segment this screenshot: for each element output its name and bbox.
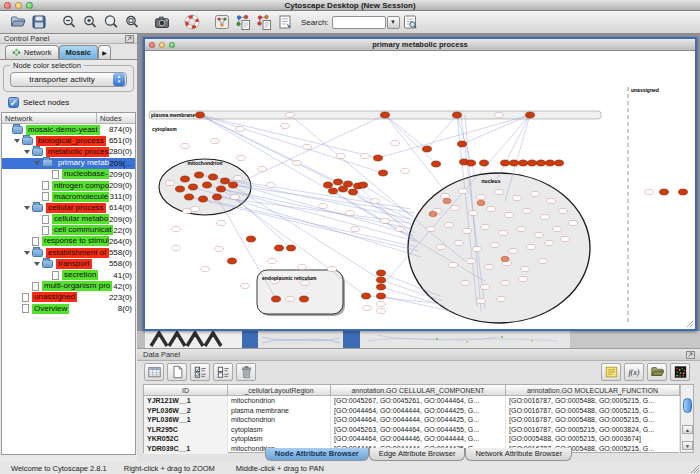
expand-triangle-icon[interactable] (34, 262, 40, 266)
table-row[interactable]: YPL036W__1mitochondrion[GO:0044464, GO:0… (144, 415, 693, 425)
zoom-out-button[interactable] (58, 12, 79, 32)
expand-triangle-icon[interactable] (34, 161, 40, 165)
heatmap-icon (673, 365, 688, 379)
expand-triangle-icon[interactable] (24, 150, 30, 154)
tree-row[interactable]: primary metabo209(... (2, 158, 135, 169)
formula-builder-button[interactable]: f(x) (624, 363, 644, 381)
tree-row-node-count: 264(0) (109, 237, 135, 246)
heatmap-button[interactable] (670, 363, 690, 381)
expand-triangle-icon[interactable] (14, 139, 20, 143)
tree-row[interactable]: transport558(0) (2, 258, 135, 269)
tree-row[interactable]: biological_process651(0) (2, 135, 135, 146)
expand-triangle-icon[interactable] (24, 251, 30, 255)
tree-row[interactable]: Overview8(0) (2, 303, 135, 314)
attribute-table-button[interactable] (144, 363, 164, 381)
tree-row-node-count: 8(0) (118, 304, 135, 313)
scrollbar-thumb[interactable] (683, 398, 692, 413)
tree-row[interactable]: metabolic process280(0) (2, 146, 135, 157)
tab-network[interactable]: Network (5, 45, 59, 59)
resize-grip[interactable] (689, 463, 699, 473)
table-cell: [GO:0016787, GO:0005215, GO:0003824, G..… (506, 425, 680, 435)
tree-row[interactable]: establishment of lo558(0) (2, 247, 135, 258)
table-row[interactable]: YKR052Ccytoplasm[GO:0044464, GO:0044446,… (144, 434, 693, 444)
help-button[interactable] (181, 12, 202, 32)
tab-node-attribute-browser[interactable]: Node Attribute Browser (265, 448, 369, 461)
table-scrollbar[interactable]: ▲ ▼ (680, 385, 693, 452)
table-row[interactable]: YPL036W__2plasma membrane[GO:0044464, GO… (144, 406, 693, 416)
annotation-button[interactable] (274, 12, 295, 32)
background-windows[interactable] (137, 331, 700, 348)
network-graph: plasma membranecytoplasmmitochondrionnuc… (145, 51, 695, 328)
tree-row[interactable]: response to stimulu264(0) (2, 236, 135, 247)
folder-icon (32, 148, 43, 156)
table-column-header[interactable]: _cellularLayoutRegion (228, 385, 331, 396)
expand-triangle-icon[interactable] (24, 206, 30, 210)
network-window-titlebar[interactable]: primary metabolic process (145, 39, 695, 51)
tab-network-attribute-browser[interactable]: Network Attribute Browser (465, 448, 572, 461)
app-titlebar[interactable]: Cytoscape Desktop (New Session) (0, 0, 700, 11)
tree-row[interactable]: cell communicat22(0) (2, 225, 135, 236)
vizmapper-icon (214, 14, 230, 30)
tree-row-node-count: 209(0) (109, 215, 135, 224)
file-icon (32, 237, 39, 246)
network-canvas[interactable]: plasma membranecytoplasmmitochondrionnuc… (145, 51, 695, 328)
tree-row-node-count: 209(... (109, 159, 135, 168)
tree-row[interactable]: macromolecule311(0) (2, 191, 135, 202)
tab-mosaic[interactable]: Mosaic (59, 45, 98, 59)
tree-row-label: response to stimulu (42, 236, 109, 246)
unselect-attributes-button[interactable] (213, 363, 233, 381)
table-column-header[interactable]: annotation.GO CELLULAR_COMPONENT (331, 385, 506, 396)
tree-column-nodes[interactable]: Nodes (97, 113, 135, 123)
tree-column-network[interactable]: Network (2, 113, 97, 123)
network-tab-icon (12, 48, 21, 57)
zoom-selected-button[interactable] (100, 12, 121, 32)
manage-networks-button[interactable] (232, 12, 253, 32)
tree-row[interactable]: nucleobase-209(0) (2, 169, 135, 180)
tree-row[interactable]: cellular metabo209(0) (2, 214, 135, 225)
tree-row-label: primary metabo (56, 158, 109, 168)
magnifier-minus-icon (61, 14, 77, 30)
snapshot-button[interactable] (151, 12, 172, 32)
file-icon (22, 304, 29, 313)
tree-row[interactable]: mosaic-demo-yeast874(0) (2, 124, 135, 135)
tree-row[interactable]: cellular process614(0) (2, 202, 135, 213)
table-row[interactable]: YJR121W__1mitochondrion[GO:0045267, GO:0… (144, 396, 693, 406)
vizmapper-button[interactable] (211, 12, 232, 32)
tree-row[interactable]: multi-organism pro42(0) (2, 281, 135, 292)
tree-row-label: establishment of lo (46, 248, 109, 258)
scroll-up-arrow[interactable]: ▲ (682, 425, 693, 434)
search-dropdown-arrow[interactable]: ▼ (387, 16, 400, 29)
advanced-search-button[interactable] (400, 12, 421, 32)
delete-attribute-button[interactable] (236, 363, 256, 381)
tab-edge-attribute-browser[interactable]: Edge Attribute Browser (369, 448, 466, 461)
table-column-header[interactable]: annotation.GO MOLECULAR_FUNCTION (506, 385, 680, 396)
tree-row[interactable]: secretion41(0) (2, 269, 135, 280)
table-column-header[interactable]: ID (144, 385, 228, 396)
save-session-button[interactable] (28, 12, 49, 32)
node-color-dropdown[interactable]: transporter activity ▲▼ (10, 72, 127, 87)
zoom-fit-button[interactable] (121, 12, 142, 32)
tree-row[interactable]: unassigned223(0) (2, 292, 135, 303)
float-data-panel-icon[interactable] (686, 351, 695, 359)
table-cell: YPL036W__1 (144, 415, 228, 425)
label-customization-button[interactable] (601, 363, 621, 381)
open-session-button[interactable] (7, 12, 28, 32)
new-attribute-button[interactable] (167, 363, 187, 381)
tree-row[interactable]: nitrogen compo209(0) (2, 180, 135, 191)
select-nodes-checkbox[interactable]: ✓ (8, 97, 19, 108)
select-attributes-button[interactable] (190, 363, 210, 381)
tab-overflow-arrow[interactable]: ▶ (98, 45, 111, 59)
zoom-in-button[interactable] (79, 12, 100, 32)
magnifier-icon (103, 14, 119, 30)
import-attributes-button[interactable] (647, 363, 667, 381)
magnifier-plus-icon (82, 14, 98, 30)
trash-icon (239, 365, 254, 379)
status-zoom-hint: Right-click + drag to ZOOM (124, 464, 215, 473)
manage-nested-networks-button[interactable] (253, 12, 274, 32)
table-row[interactable]: YLR295Ccytoplasm[GO:0045263, GO:0044464,… (144, 425, 693, 435)
dropdown-value: transporter activity (11, 75, 113, 84)
svg-text:endoplasmic reticulum: endoplasmic reticulum (262, 275, 317, 281)
float-panel-icon[interactable] (125, 35, 134, 43)
search-input[interactable] (332, 16, 386, 29)
network-view-window[interactable]: primary metabolic process plasma membran… (143, 37, 697, 331)
